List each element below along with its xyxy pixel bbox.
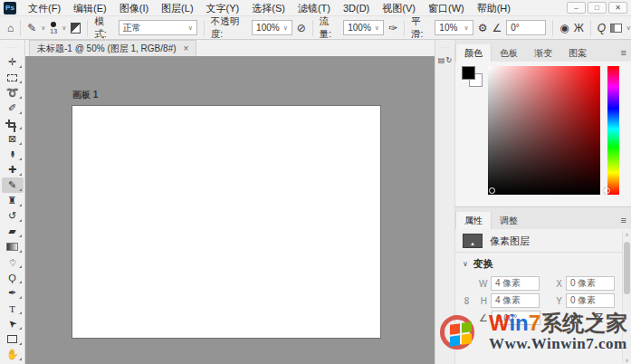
- tab-swatches[interactable]: 色板: [492, 44, 526, 62]
- link-dimensions-icon[interactable]: ∞: [461, 297, 473, 305]
- hand-tool[interactable]: ✋: [2, 347, 24, 362]
- h-label: H: [479, 296, 487, 306]
- menu-view[interactable]: 视图(V): [376, 0, 422, 16]
- blend-mode-select[interactable]: 正常 ∨: [119, 20, 197, 35]
- toggle-brush-panel-icon[interactable]: [71, 23, 81, 34]
- paint-symmetry-icon[interactable]: Ж: [574, 22, 584, 34]
- gradient-tool[interactable]: [2, 239, 24, 254]
- smoothing-select[interactable]: 10% ∨: [435, 20, 473, 35]
- window-controls: – □ ✕: [567, 2, 631, 14]
- angle-icon: ∠: [492, 22, 502, 34]
- search-icon[interactable]: Q: [598, 22, 606, 34]
- close-tab-icon[interactable]: ×: [184, 43, 189, 53]
- airbrush-icon[interactable]: ✑: [388, 22, 397, 34]
- frame-icon: ⊠: [8, 133, 16, 145]
- menu-3d[interactable]: 3D(D): [337, 0, 376, 16]
- path-selection-icon: ➤: [5, 317, 20, 331]
- transform-section-header[interactable]: ∨ 变换: [455, 253, 631, 273]
- scrollbar-thumb[interactable]: [624, 242, 630, 294]
- width-field[interactable]: 4 像素: [491, 276, 540, 291]
- w-label: W: [479, 279, 487, 289]
- rectangle-tool[interactable]: [2, 331, 24, 347]
- brush-angle-field[interactable]: 0°: [506, 20, 546, 35]
- home-icon[interactable]: ⌂: [7, 22, 14, 34]
- opacity-select[interactable]: 100% ∨: [252, 20, 292, 35]
- brush-tool-icon[interactable]: ✎: [27, 22, 36, 34]
- spot-healing-tool[interactable]: ✚: [2, 162, 24, 177]
- brush-angle-value: 0°: [511, 23, 520, 33]
- type-tool[interactable]: T: [2, 301, 24, 316]
- y-field[interactable]: 0 像素: [566, 293, 615, 308]
- dock-grip[interactable]: ····: [435, 40, 454, 54]
- menu-file[interactable]: 文件(F): [22, 0, 67, 16]
- tab-color[interactable]: 颜色: [455, 44, 492, 62]
- menu-image[interactable]: 图像(I): [113, 0, 155, 16]
- crop-tool[interactable]: [2, 116, 24, 131]
- maximize-button[interactable]: □: [588, 2, 607, 14]
- document-tab-bar: 未标题-1 @ 50% (图层 1, RGB/8#) ×: [25, 40, 435, 56]
- panel-menu-icon[interactable]: ≡: [621, 212, 626, 229]
- history-brush-tool[interactable]: ↺: [2, 208, 24, 224]
- move-icon: ✛: [8, 56, 16, 68]
- menu-help[interactable]: 帮助(H): [471, 0, 517, 16]
- hue-slider-marker[interactable]: [604, 187, 610, 194]
- menu-type[interactable]: 文字(Y): [200, 0, 246, 16]
- collapsed-panel-icon-b[interactable]: ↻: [445, 56, 452, 64]
- menu-layer[interactable]: 图层(L): [155, 0, 199, 16]
- brush-preset-picker[interactable]: 13: [50, 22, 57, 34]
- hue-slider[interactable]: [607, 66, 619, 195]
- panel-menu-icon[interactable]: ≡: [621, 44, 626, 62]
- tablet-pressure-opacity-icon[interactable]: ⊘: [297, 22, 306, 34]
- pen-tool[interactable]: ✒: [2, 285, 24, 301]
- saturation-brightness-field[interactable]: [488, 66, 600, 195]
- tab-patterns[interactable]: 图案: [560, 44, 595, 62]
- collapsed-panel-icon-a[interactable]: ▤: [438, 56, 445, 64]
- menu-edit[interactable]: 编辑(E): [67, 0, 113, 16]
- tab-gradients[interactable]: 渐变: [526, 44, 560, 62]
- chevron-down-icon[interactable]: ∨: [62, 24, 66, 32]
- artboard-label[interactable]: 画板 1: [72, 89, 98, 101]
- menu-bar: Ps 文件(F) 编辑(E) 图像(I) 图层(L) 文字(Y) 选择(S) 滤…: [0, 0, 631, 16]
- lasso-tool[interactable]: ➰: [2, 85, 24, 101]
- brand-7: 7: [529, 311, 540, 335]
- menu-filter[interactable]: 滤镜(T): [292, 0, 337, 16]
- watermark-brand: Win7系统之家: [489, 311, 627, 335]
- gear-icon[interactable]: ⚙: [478, 22, 488, 34]
- document-tab[interactable]: 未标题-1 @ 50% (图层 1, RGB/8#) ×: [29, 40, 196, 56]
- brush-tip-icon: [51, 22, 56, 27]
- move-tool[interactable]: ✛: [2, 54, 24, 70]
- close-button[interactable]: ✕: [608, 2, 627, 14]
- path-selection-tool[interactable]: ➤: [2, 316, 24, 331]
- scroll-up-icon[interactable]: ∧: [623, 231, 631, 237]
- minimize-button[interactable]: –: [567, 2, 586, 14]
- brush-tool[interactable]: ✎: [2, 177, 24, 193]
- tablet-pressure-size-icon[interactable]: ◉: [559, 22, 569, 34]
- document-canvas[interactable]: [72, 106, 380, 338]
- rectangular-marquee-tool[interactable]: [2, 70, 24, 85]
- height-field[interactable]: 4 像素: [491, 293, 540, 308]
- quick-selection-tool[interactable]: ✐: [2, 101, 24, 116]
- blur-tool[interactable]: ♤: [2, 254, 24, 270]
- tab-adjustments[interactable]: 调整: [492, 212, 526, 229]
- eraser-tool[interactable]: ▰: [2, 224, 24, 239]
- canvas-workspace[interactable]: 画板 1: [25, 56, 435, 364]
- foreground-color-swatch[interactable]: [462, 66, 475, 80]
- color-field-marker[interactable]: [489, 187, 495, 194]
- eyedropper-tool[interactable]: ✒: [2, 147, 24, 162]
- clone-stamp-tool[interactable]: ♜: [2, 193, 24, 208]
- separator: [20, 20, 21, 36]
- tab-properties[interactable]: 属性: [455, 212, 492, 229]
- menu-select[interactable]: 选择(S): [245, 0, 292, 16]
- watermark-text: Win7系统之家 Www.Winwin7.com: [489, 311, 627, 353]
- chevron-down-icon[interactable]: ∨: [41, 24, 45, 32]
- chevron-down-icon[interactable]: ∨: [626, 24, 631, 32]
- flow-select[interactable]: 100% ∨: [343, 20, 384, 35]
- separator: [87, 20, 88, 36]
- workspace-layout-icon[interactable]: [610, 24, 622, 33]
- dodge-tool[interactable]: Ϙ: [2, 270, 24, 285]
- toolbar-grip[interactable]: ····: [0, 40, 24, 54]
- frame-tool[interactable]: ⊠: [2, 131, 24, 147]
- menu-window[interactable]: 窗口(W): [422, 0, 471, 16]
- x-field[interactable]: 0 像素: [566, 276, 615, 291]
- height-value: 4 像素: [495, 294, 521, 307]
